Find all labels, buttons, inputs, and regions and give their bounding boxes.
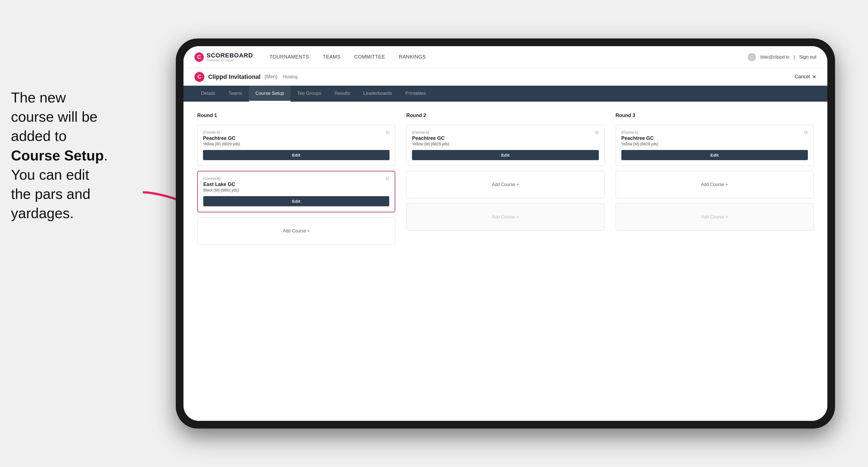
tournament-gender: (Men) [265, 74, 277, 80]
tournament-info: C Clippd Invitational (Men) Hosting [194, 72, 298, 82]
tab-leaderboards[interactable]: Leaderboards [357, 86, 399, 102]
add-course-r2-disabled-label: Add Course + [492, 215, 519, 219]
hosting-badge: Hosting [283, 74, 298, 80]
tab-teams[interactable]: Teams [222, 86, 249, 102]
top-navigation: C SCOREBOARD Powered by clippd TOURNAMEN… [184, 46, 827, 68]
course-a-r2-tee: Yellow (M) (6629 yds) [412, 142, 598, 146]
edit-course-a-r2-button[interactable]: Edit [412, 150, 598, 160]
logo-c-letter: C [194, 53, 204, 62]
delete-course-a-r2-icon[interactable]: ⊟ [594, 129, 600, 135]
sign-out-link[interactable]: Sign out [799, 54, 816, 60]
round-2-column: Round 2 ⊟ (Course A) Peachtree GC Yellow… [406, 113, 604, 245]
course-a-round-1-card: ⊟ (Course A) Peachtree GC Yellow (M) (66… [197, 125, 395, 166]
edit-course-a-r1-button[interactable]: Edit [203, 150, 390, 160]
main-content: Round 1 ⊟ (Course A) Peachtree GC Yellow… [184, 102, 827, 421]
course-a-round-3-card: ⊟ (Course A) Peachtree GC Yellow (M) (66… [616, 125, 814, 166]
edit-course-a-r3-button[interactable]: Edit [621, 150, 808, 160]
rounds-grid: Round 1 ⊟ (Course A) Peachtree GC Yellow… [197, 113, 814, 245]
tab-bar: Details Teams Course Setup Tee Groups Re… [184, 86, 827, 102]
delete-course-a-r3-icon[interactable]: ⊟ [803, 129, 809, 135]
user-email: blair@clippd.io [760, 55, 789, 60]
course-a-r1-name: Peachtree GC [203, 135, 390, 141]
course-a-r2-label: (Course A) [412, 130, 598, 134]
course-a-r3-name: Peachtree GC [621, 135, 808, 141]
nav-right: blair@clippd.io | Sign out [748, 53, 816, 61]
round-2-title: Round 2 [406, 113, 604, 118]
nav-tournaments[interactable]: TOURNAMENTS [270, 54, 309, 60]
course-a-r3-label: (Course A) [621, 130, 808, 134]
left-annotation: The new course will be added to Course S… [11, 88, 154, 223]
round-1-title: Round 1 [197, 113, 395, 118]
tab-results[interactable]: Results [328, 86, 357, 102]
delete-course-a-r1-icon[interactable]: ⊟ [384, 129, 391, 135]
tablet-screen: C SCOREBOARD Powered by clippd TOURNAMEN… [184, 46, 827, 421]
add-course-r2-disabled: Add Course + [406, 203, 604, 231]
tab-details[interactable]: Details [194, 86, 222, 102]
main-nav: TOURNAMENTS TEAMS COMMITTEE RANKINGS [270, 54, 748, 60]
add-course-r1-button[interactable]: Add Course + [197, 217, 395, 245]
add-course-r2-label: Add Course + [492, 182, 519, 187]
course-a-r1-label: (Course A) [203, 130, 390, 134]
tab-tee-groups[interactable]: Tee Groups [290, 86, 328, 102]
tab-course-setup[interactable]: Course Setup [249, 86, 290, 102]
logo-scoreboard: SCOREBOARD [207, 52, 253, 59]
course-b-round-1-card: ⊟ (Course B) East Lake GC Black (M) (689… [197, 171, 395, 212]
tournament-name: Clippd Invitational [208, 73, 261, 81]
course-b-r1-label: (Course B) [203, 176, 389, 181]
delete-course-b-r1-icon[interactable]: ⊟ [384, 175, 390, 181]
course-b-r1-tee: Black (M) (6891 yds) [203, 188, 389, 192]
course-a-r3-tee: Yellow (M) (6629 yds) [621, 142, 808, 146]
cancel-button[interactable]: Cancel ✕ [795, 74, 816, 80]
edit-course-b-r1-button[interactable]: Edit [203, 196, 389, 206]
course-a-r2-name: Peachtree GC [412, 135, 598, 141]
add-course-r3-button[interactable]: Add Course + [616, 171, 814, 198]
course-a-r1-tee: Yellow (M) (6629 yds) [203, 142, 390, 146]
logo-area: C SCOREBOARD Powered by clippd [194, 53, 253, 62]
course-b-r1-name: East Lake GC [203, 182, 389, 187]
separator: | [794, 55, 795, 60]
add-course-r3-disabled: Add Course + [616, 203, 814, 231]
add-course-r3-label: Add Course + [701, 182, 728, 187]
add-course-r2-button[interactable]: Add Course + [406, 171, 604, 198]
logo-powered: Powered by clippd [207, 59, 253, 62]
nav-rankings[interactable]: RANKINGS [399, 54, 426, 60]
sub-header: C Clippd Invitational (Men) Hosting Canc… [184, 68, 827, 86]
tablet-device: C SCOREBOARD Powered by clippd TOURNAMEN… [176, 38, 835, 429]
nav-teams[interactable]: TEAMS [323, 54, 341, 60]
tournament-logo: C [194, 72, 205, 82]
add-course-r1-label: Add Course + [283, 228, 310, 234]
user-avatar [748, 53, 756, 61]
round-1-column: Round 1 ⊟ (Course A) Peachtree GC Yellow… [197, 113, 395, 245]
nav-committee[interactable]: COMMITTEE [354, 54, 385, 60]
course-a-round-2-card: ⊟ (Course A) Peachtree GC Yellow (M) (66… [406, 125, 604, 166]
cancel-x-icon: ✕ [812, 74, 816, 80]
tab-printables[interactable]: Printables [399, 86, 433, 102]
round-3-title: Round 3 [616, 113, 814, 118]
round-3-column: Round 3 ⊟ (Course A) Peachtree GC Yellow… [616, 113, 814, 245]
add-course-r3-disabled-label: Add Course + [701, 215, 728, 219]
